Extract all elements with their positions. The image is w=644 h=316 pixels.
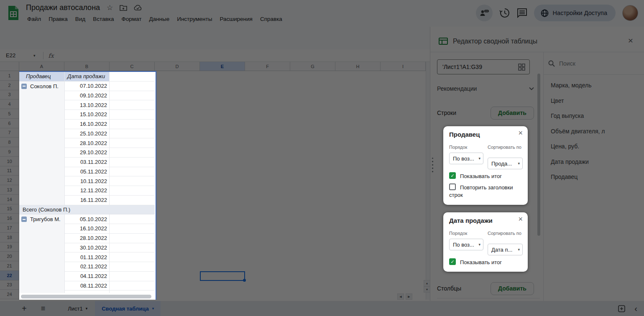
scroll-right-icon[interactable]: ▶ [406, 293, 412, 300]
cell-seller[interactable] [19, 243, 65, 253]
cell-seller[interactable]: Тригубов М. [19, 214, 65, 224]
cell-seller[interactable] [19, 272, 65, 281]
cell-seller[interactable] [19, 281, 65, 291]
cell-date[interactable]: 16.11.2022 [65, 196, 110, 205]
cell-empty[interactable] [110, 272, 155, 281]
cell-empty[interactable] [110, 224, 155, 234]
row-header[interactable]: 10 [0, 157, 19, 166]
cell-seller[interactable] [19, 148, 65, 158]
sort-by-select[interactable]: Прода... ▾ [488, 158, 523, 169]
cell-date[interactable]: 16.10.2022 [65, 120, 110, 129]
version-history-icon[interactable] [499, 8, 510, 18]
cell-date[interactable]: 28.10.2022 [65, 234, 110, 243]
cell-empty[interactable] [110, 82, 155, 91]
fill-handle[interactable] [243, 279, 246, 282]
column-header[interactable]: H [335, 62, 381, 71]
cell-seller[interactable]: Соколов П. [19, 82, 65, 91]
collapse-group-icon[interactable] [21, 217, 27, 222]
field-item[interactable]: Цвет [551, 93, 640, 109]
menu-item[interactable]: Справка [256, 14, 286, 24]
menu-item[interactable]: Формат [118, 14, 145, 24]
cell-empty[interactable] [110, 72, 155, 82]
cloud-saved-icon[interactable] [134, 5, 142, 11]
row-header[interactable]: 15 [0, 204, 19, 214]
close-icon[interactable]: × [518, 129, 523, 138]
menu-item[interactable]: Данные [145, 14, 173, 24]
row-header[interactable]: 2 [0, 81, 19, 90]
cell-empty[interactable] [110, 234, 155, 243]
explore-icon[interactable] [618, 305, 625, 312]
cell-seller[interactable]: Продавец [19, 72, 65, 82]
cell-date[interactable]: 08.11.2022 [65, 281, 110, 291]
search-input[interactable] [559, 60, 626, 67]
tab-sheet1[interactable]: Лист1 ▾ [64, 301, 92, 316]
cell-date[interactable]: 10.11.2022 [65, 176, 110, 186]
range-input[interactable]: 'Лист1'!A1:G39 [437, 59, 530, 74]
cell-date[interactable]: Дата продажи [65, 72, 110, 82]
cell-date[interactable]: 04.11.2022 [65, 272, 110, 281]
row-header[interactable]: 19 [0, 242, 19, 252]
cell-date[interactable]: 12.11.2022 [65, 186, 110, 196]
field-item[interactable]: Год выпуска [551, 108, 640, 124]
cell-seller[interactable] [19, 234, 65, 243]
column-header[interactable]: I [381, 62, 426, 71]
star-icon[interactable]: ☆ [107, 4, 113, 11]
row-header[interactable]: 13 [0, 185, 19, 195]
menu-item[interactable]: Правка [45, 14, 72, 24]
cell-empty[interactable] [110, 129, 155, 139]
cell-seller[interactable] [19, 186, 65, 196]
cell-empty[interactable] [110, 186, 155, 196]
suggestions-section[interactable]: Рекомендации [437, 85, 534, 92]
scroll-up-icon[interactable]: ▲ [424, 280, 430, 286]
order-select[interactable]: По воз... ▾ [449, 153, 483, 164]
comments-icon[interactable] [517, 8, 527, 18]
row-header[interactable]: 1 [0, 71, 19, 81]
menu-item[interactable]: Вид [72, 14, 89, 24]
cell-seller[interactable] [19, 167, 65, 177]
collapse-group-icon[interactable] [21, 84, 27, 89]
checkbox[interactable]: ✓ [449, 258, 456, 265]
row-header[interactable]: 23 [0, 280, 19, 290]
chevron-down-icon[interactable]: ▾ [33, 54, 36, 58]
share-button[interactable]: Настройки Доступа [534, 5, 616, 21]
cell-empty[interactable] [110, 91, 155, 101]
cell-date[interactable]: 03.11.2022 [65, 158, 110, 167]
cell-date[interactable]: 02.11.2022 [65, 262, 110, 272]
cell-date[interactable]: 30.10.2022 [65, 243, 110, 253]
cell-seller[interactable] [19, 120, 65, 129]
cell-empty[interactable] [110, 158, 155, 167]
cell-date[interactable]: 05.11.2022 [65, 167, 110, 177]
cell-reference-box[interactable]: E22 [0, 52, 32, 59]
add-rows-button[interactable]: Добавить [491, 107, 534, 120]
sheets-logo-icon[interactable] [8, 5, 19, 21]
add-sheet-icon[interactable]: + [22, 304, 27, 313]
cell-date[interactable]: 29.10.2022 [65, 148, 110, 158]
cell-empty[interactable] [110, 243, 155, 253]
close-icon[interactable]: × [518, 215, 523, 224]
cell-empty[interactable] [110, 196, 155, 205]
cell-date[interactable]: 07.10.2022 [65, 82, 110, 91]
document-title[interactable]: Продажи автосалона [26, 3, 100, 12]
total-cell[interactable]: Всего (Соколов П.) [19, 205, 155, 215]
cell-seller[interactable] [19, 91, 65, 101]
menu-item[interactable]: Расширения [216, 14, 256, 24]
menu-item[interactable]: Инструменты [173, 14, 216, 24]
cell-empty[interactable] [110, 148, 155, 158]
row-header[interactable]: 8 [0, 138, 19, 147]
column-header[interactable]: G [290, 62, 335, 71]
cell-seller[interactable] [19, 176, 65, 186]
collapse-panel-icon[interactable]: ‹ [634, 304, 637, 313]
column-header[interactable]: A [19, 62, 64, 71]
row-header[interactable]: 4 [0, 99, 19, 109]
row-header[interactable]: 6 [0, 119, 19, 128]
cell-date[interactable]: 09.10.2022 [65, 91, 110, 101]
column-header[interactable]: D [155, 62, 200, 71]
select-range-icon[interactable] [518, 64, 525, 71]
checkbox[interactable] [449, 183, 456, 190]
row-header[interactable]: 18 [0, 233, 19, 242]
menu-item[interactable]: Файл [23, 14, 45, 24]
cell-date[interactable]: 16.10.2022 [65, 224, 110, 234]
row-header[interactable]: 20 [0, 252, 19, 261]
field-item[interactable]: Продавец [551, 169, 640, 185]
column-header[interactable]: F [245, 62, 290, 71]
